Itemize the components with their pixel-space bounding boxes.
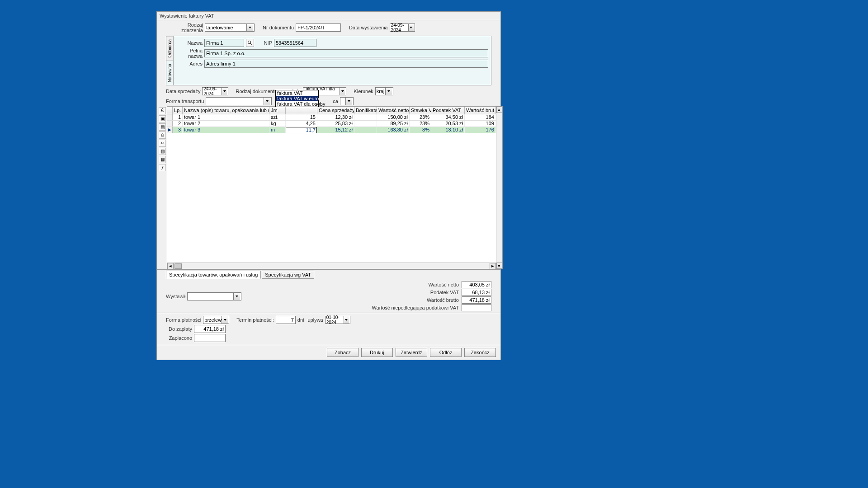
data-wystawienia-label: Data wystawienia: [349, 25, 388, 30]
cell-wnetto: 163,80 zł: [377, 127, 410, 133]
grid-body[interactable]: 1 towar 1 szt. 15 12,30 zł 150,00 zł 23%…: [167, 114, 496, 263]
zaplacono-value[interactable]: [194, 334, 226, 342]
wystawil-combo[interactable]: [187, 292, 241, 300]
col-jm[interactable]: Jm: [269, 107, 286, 114]
sum-wnetto-value: 403,05 zł: [462, 281, 491, 288]
tool-5[interactable]: ↩: [159, 140, 166, 147]
uplywa-combo[interactable]: 01-10-2024: [325, 316, 350, 324]
col-wbrut[interactable]: Wartość brut: [465, 107, 496, 114]
col-wnetto[interactable]: Wartość netto: [377, 107, 410, 114]
tool-7[interactable]: ▦: [159, 156, 166, 163]
cell-podatek: 34,50 zł: [431, 114, 465, 120]
nr-dokumentu-input[interactable]: FP-1/2024/T: [296, 23, 341, 32]
tab-spec-towarow[interactable]: Specyfikacja towarów, opakowań i usług: [166, 271, 261, 279]
cell-stawka: 23%: [410, 121, 431, 127]
chevron-down-icon[interactable]: [222, 316, 228, 324]
row-marker: [167, 121, 173, 127]
tool-3[interactable]: ▤: [159, 123, 166, 131]
col-cena[interactable]: Cena sprzedaży brutto: [317, 107, 354, 114]
chevron-down-icon[interactable]: [345, 98, 352, 105]
rodzaj-zdarzenia-combo[interactable]: tapetowanie: [205, 23, 255, 32]
dropdown-option[interactable]: faktura VAT dla osoby: [276, 101, 318, 107]
zakoncz-button[interactable]: Zakończ: [464, 348, 496, 357]
chevron-down-icon[interactable]: [222, 88, 227, 95]
tool-8[interactable]: 𝑓: [159, 164, 166, 171]
forma-transportu-combo[interactable]: [206, 97, 272, 105]
cell-bonif: [354, 127, 377, 133]
tool-4[interactable]: ⎙: [159, 131, 166, 139]
combo-text: kraj: [377, 89, 385, 94]
chevron-down-icon[interactable]: [344, 316, 349, 324]
scroll-thumb[interactable]: [175, 263, 182, 269]
horizontal-scrollbar[interactable]: ◂ ▸: [167, 263, 496, 269]
cell-cena: 12,30 zł: [317, 114, 354, 120]
vertical-scrollbar[interactable]: ▴ ▾: [496, 107, 502, 269]
rodzaj-dok-dropdown[interactable]: faktura VAT faktura VAT w euro faktura V…: [275, 90, 319, 107]
dropdown-option[interactable]: faktura VAT: [276, 90, 318, 96]
col-podatek[interactable]: Podatek VAT: [431, 107, 465, 114]
kierunek-label: Kierunek: [354, 89, 373, 94]
col-lp[interactable]: Lp.: [173, 107, 183, 114]
scroll-down-icon[interactable]: ▾: [496, 263, 502, 269]
col-nazwa[interactable]: Nazwa (opis) towaru, opakowania lub usłu…: [183, 107, 269, 114]
chevron-down-icon[interactable]: [408, 24, 414, 31]
table-row-selected[interactable]: ▶ 3 towar 3 m 11,7 15,12 zł 163,80 zł 8%: [167, 127, 496, 133]
editing-input[interactable]: 11,7: [286, 127, 317, 133]
scroll-right-icon[interactable]: ▸: [490, 263, 496, 269]
forma-platnosci-combo[interactable]: przelew: [203, 316, 229, 324]
nazwa-input[interactable]: Firma 1: [204, 39, 244, 47]
scroll-left-icon[interactable]: ◂: [167, 263, 174, 269]
tool-euro[interactable]: €: [159, 107, 166, 114]
cell-wbrut: 184: [465, 114, 496, 120]
sum-wbrutto-label: Wartość brutto: [427, 297, 459, 303]
data-sprzedazy-label: Data sprzedaży: [166, 89, 200, 94]
chevron-down-icon[interactable]: [233, 293, 240, 300]
table-row[interactable]: 2 towar 2 kg 4,25 25,83 zł 89,25 zł 23% …: [167, 121, 496, 127]
drukuj-button[interactable]: Drukuj: [361, 348, 393, 357]
cell-wnetto: 89,25 zł: [377, 121, 410, 127]
customer-fields: Nazwa Firma 1 NIP 5343551564 Pełna nazwa…: [174, 36, 491, 85]
cell-cena: 25,83 zł: [317, 121, 354, 127]
do-zaplaty-label: Do zapłaty: [166, 326, 192, 332]
tool-6[interactable]: ▥: [159, 148, 166, 155]
vtab-nabywca[interactable]: Nabywca: [166, 61, 173, 85]
chevron-down-icon[interactable]: [385, 88, 392, 95]
col-stawka[interactable]: Stawka VAT: [410, 107, 431, 114]
cell-jm: kg: [269, 121, 286, 127]
col-bonif[interactable]: Bonifikata: [354, 107, 377, 114]
data-wystawienia-combo[interactable]: 24-09-2024: [390, 23, 415, 32]
cell-jm: m: [269, 127, 286, 133]
chevron-down-icon[interactable]: [264, 98, 270, 105]
termin-input[interactable]: 7: [276, 316, 296, 324]
tool-2[interactable]: ▣: [159, 115, 166, 122]
grid-header: Lp. Nazwa (opis) towaru, opakowania lub …: [167, 107, 496, 114]
row-1: Rodzaj zdarzenia tapetowanie Nr dokument…: [157, 20, 500, 35]
tab-spec-vat[interactable]: Specyfikacja wg VAT: [262, 271, 314, 279]
cell-podatek: 20,53 zł: [431, 121, 465, 127]
data-sprzedazy-combo[interactable]: 24-09-2024: [202, 87, 228, 95]
scroll-up-icon[interactable]: ▴: [496, 107, 502, 113]
dropdown-option-selected[interactable]: faktura VAT w euro: [276, 96, 318, 101]
kierunek-combo[interactable]: kraj: [375, 87, 393, 95]
cell-lp: 3: [173, 127, 183, 133]
cell-ilosc-editing[interactable]: 11,7: [286, 127, 317, 133]
combo-text: 01-10-2024: [326, 315, 344, 325]
ca-combo[interactable]: [340, 97, 354, 105]
pelna-nazwa-input[interactable]: Firma 1 Sp. z o.o.: [204, 49, 488, 57]
adres-input[interactable]: Adres firmy 1: [204, 60, 488, 68]
forma-transportu-label: Forma transportu: [166, 99, 204, 104]
odloz-button[interactable]: Odłóż: [430, 348, 462, 357]
chevron-down-icon[interactable]: [246, 24, 253, 31]
zobacz-button[interactable]: Zobacz: [327, 348, 359, 357]
col-ilosc[interactable]: [286, 107, 317, 114]
row-marker: [167, 114, 173, 120]
search-customer-button[interactable]: [246, 39, 254, 47]
left-toolbar: € ▣ ▤ ⎙ ↩ ▥ ▦ 𝑓: [158, 106, 167, 269]
cell-nazwa: towar 1: [183, 114, 269, 120]
chevron-down-icon[interactable]: [340, 88, 345, 95]
nip-input[interactable]: 5343551564: [274, 39, 316, 47]
table-row[interactable]: 1 towar 1 szt. 15 12,30 zł 150,00 zł 23%…: [167, 114, 496, 121]
zatwierdz-button[interactable]: Zatwierdź: [396, 348, 427, 357]
vtab-odbiorca[interactable]: Odbiorca: [166, 36, 173, 61]
window-title: Wystawienie faktury VAT: [157, 12, 500, 20]
